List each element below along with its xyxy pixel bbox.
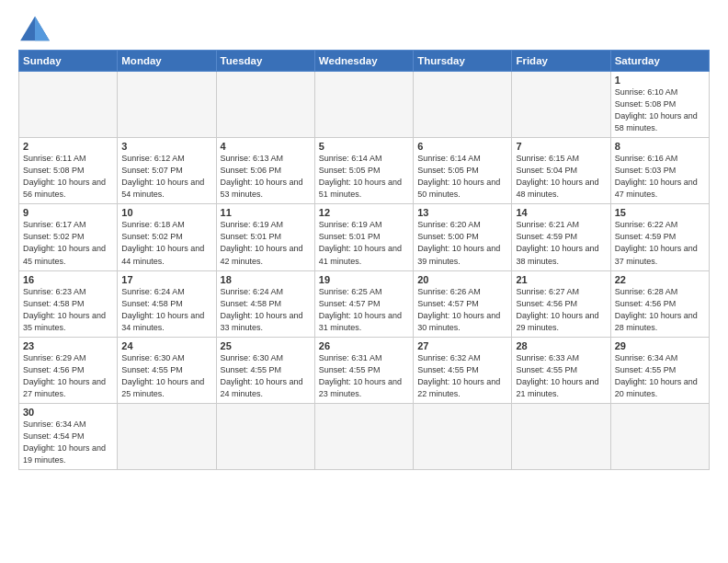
calendar-cell: 4Sunrise: 6:13 AM Sunset: 5:06 PM Daylig… (216, 138, 314, 204)
weekday-header-sunday: Sunday (19, 51, 118, 72)
calendar-cell: 24Sunrise: 6:30 AM Sunset: 4:55 PM Dayli… (118, 337, 216, 403)
calendar-cell: 22Sunrise: 6:28 AM Sunset: 4:56 PM Dayli… (610, 270, 709, 337)
calendar-cell (216, 72, 314, 138)
day-number: 12 (319, 207, 409, 218)
calendar-cell: 26Sunrise: 6:31 AM Sunset: 4:55 PM Dayli… (314, 337, 413, 403)
day-info: Sunrise: 6:21 AM Sunset: 4:59 PM Dayligh… (516, 219, 606, 267)
day-info: Sunrise: 6:18 AM Sunset: 5:02 PM Dayligh… (121, 219, 211, 267)
calendar-cell: 29Sunrise: 6:34 AM Sunset: 4:55 PM Dayli… (610, 337, 709, 403)
calendar-week-row: 30Sunrise: 6:34 AM Sunset: 4:54 PM Dayli… (19, 403, 710, 469)
calendar-cell (414, 72, 512, 138)
day-info: Sunrise: 6:28 AM Sunset: 4:56 PM Dayligh… (615, 286, 705, 334)
calendar-cell: 27Sunrise: 6:32 AM Sunset: 4:55 PM Dayli… (414, 337, 512, 403)
calendar-cell: 18Sunrise: 6:24 AM Sunset: 4:58 PM Dayli… (216, 270, 314, 337)
weekday-header-row: SundayMondayTuesdayWednesdayThursdayFrid… (19, 51, 710, 72)
calendar-cell: 14Sunrise: 6:21 AM Sunset: 4:59 PM Dayli… (512, 204, 610, 270)
day-info: Sunrise: 6:29 AM Sunset: 4:56 PM Dayligh… (23, 352, 113, 400)
day-info: Sunrise: 6:17 AM Sunset: 5:02 PM Dayligh… (23, 219, 113, 267)
day-info: Sunrise: 6:30 AM Sunset: 4:55 PM Dayligh… (221, 352, 311, 400)
calendar-cell: 21Sunrise: 6:27 AM Sunset: 4:56 PM Dayli… (512, 270, 610, 337)
calendar-cell (512, 403, 610, 469)
calendar-cell: 6Sunrise: 6:14 AM Sunset: 5:05 PM Daylig… (414, 138, 512, 204)
calendar-cell: 13Sunrise: 6:20 AM Sunset: 5:00 PM Dayli… (414, 204, 512, 270)
day-info: Sunrise: 6:24 AM Sunset: 4:58 PM Dayligh… (121, 286, 211, 334)
day-number: 6 (417, 141, 507, 152)
calendar-cell: 20Sunrise: 6:26 AM Sunset: 4:57 PM Dayli… (414, 270, 512, 337)
day-info: Sunrise: 6:22 AM Sunset: 4:59 PM Dayligh… (615, 219, 705, 267)
day-info: Sunrise: 6:26 AM Sunset: 4:57 PM Dayligh… (417, 286, 507, 334)
day-info: Sunrise: 6:19 AM Sunset: 5:01 PM Dayligh… (319, 219, 409, 267)
day-number: 26 (319, 340, 409, 351)
day-number: 1 (615, 75, 705, 86)
calendar-week-row: 2Sunrise: 6:11 AM Sunset: 5:08 PM Daylig… (19, 138, 710, 204)
day-info: Sunrise: 6:27 AM Sunset: 4:56 PM Dayligh… (516, 286, 606, 334)
weekday-header-thursday: Thursday (414, 51, 512, 72)
calendar-cell: 1Sunrise: 6:10 AM Sunset: 5:08 PM Daylig… (610, 72, 709, 138)
day-info: Sunrise: 6:14 AM Sunset: 5:05 PM Dayligh… (417, 153, 507, 201)
calendar-week-row: 1Sunrise: 6:10 AM Sunset: 5:08 PM Daylig… (19, 72, 710, 138)
calendar-header: SundayMondayTuesdayWednesdayThursdayFrid… (19, 51, 710, 72)
calendar-cell: 10Sunrise: 6:18 AM Sunset: 5:02 PM Dayli… (118, 204, 216, 270)
day-info: Sunrise: 6:33 AM Sunset: 4:55 PM Dayligh… (516, 352, 606, 400)
day-number: 10 (121, 207, 211, 218)
day-number: 3 (121, 141, 211, 152)
calendar-cell: 8Sunrise: 6:16 AM Sunset: 5:03 PM Daylig… (610, 138, 709, 204)
calendar-cell: 5Sunrise: 6:14 AM Sunset: 5:05 PM Daylig… (314, 138, 413, 204)
day-info: Sunrise: 6:14 AM Sunset: 5:05 PM Dayligh… (319, 153, 409, 201)
weekday-header-tuesday: Tuesday (216, 51, 314, 72)
day-number: 17 (121, 274, 211, 285)
calendar-cell: 15Sunrise: 6:22 AM Sunset: 4:59 PM Dayli… (610, 204, 709, 270)
calendar-cell (118, 403, 216, 469)
calendar-cell: 9Sunrise: 6:17 AM Sunset: 5:02 PM Daylig… (19, 204, 118, 270)
calendar-cell: 30Sunrise: 6:34 AM Sunset: 4:54 PM Dayli… (19, 403, 118, 469)
day-number: 14 (516, 207, 606, 218)
day-info: Sunrise: 6:34 AM Sunset: 4:55 PM Dayligh… (615, 352, 705, 400)
day-info: Sunrise: 6:32 AM Sunset: 4:55 PM Dayligh… (417, 352, 507, 400)
calendar-cell: 7Sunrise: 6:15 AM Sunset: 5:04 PM Daylig… (512, 138, 610, 204)
day-number: 8 (615, 141, 705, 152)
day-info: Sunrise: 6:25 AM Sunset: 4:57 PM Dayligh… (319, 286, 409, 334)
weekday-header-wednesday: Wednesday (314, 51, 413, 72)
day-number: 16 (23, 274, 113, 285)
header (18, 15, 710, 42)
weekday-header-monday: Monday (118, 51, 216, 72)
day-info: Sunrise: 6:19 AM Sunset: 5:01 PM Dayligh… (221, 219, 311, 267)
day-info: Sunrise: 6:16 AM Sunset: 5:03 PM Dayligh… (615, 153, 705, 201)
day-number: 2 (23, 141, 113, 152)
day-number: 18 (221, 274, 311, 285)
calendar-cell (610, 403, 709, 469)
calendar-cell: 17Sunrise: 6:24 AM Sunset: 4:58 PM Dayli… (118, 270, 216, 337)
day-number: 15 (615, 207, 705, 218)
calendar-cell: 2Sunrise: 6:11 AM Sunset: 5:08 PM Daylig… (19, 138, 118, 204)
day-number: 19 (319, 274, 409, 285)
day-number: 29 (615, 340, 705, 351)
calendar-table: SundayMondayTuesdayWednesdayThursdayFrid… (18, 50, 710, 470)
logo (18, 15, 57, 42)
day-number: 11 (221, 207, 311, 218)
day-number: 24 (121, 340, 211, 351)
calendar-cell (216, 403, 314, 469)
calendar-cell (118, 72, 216, 138)
day-info: Sunrise: 6:23 AM Sunset: 4:58 PM Dayligh… (23, 286, 113, 334)
weekday-header-friday: Friday (512, 51, 610, 72)
day-number: 23 (23, 340, 113, 351)
calendar-cell: 12Sunrise: 6:19 AM Sunset: 5:01 PM Dayli… (314, 204, 413, 270)
calendar-week-row: 16Sunrise: 6:23 AM Sunset: 4:58 PM Dayli… (19, 270, 710, 337)
day-number: 20 (417, 274, 507, 285)
svg-marker-1 (35, 17, 50, 40)
day-number: 5 (319, 141, 409, 152)
day-info: Sunrise: 6:12 AM Sunset: 5:07 PM Dayligh… (121, 153, 211, 201)
day-info: Sunrise: 6:13 AM Sunset: 5:06 PM Dayligh… (221, 153, 311, 201)
calendar-cell (414, 403, 512, 469)
day-number: 28 (516, 340, 606, 351)
day-number: 13 (417, 207, 507, 218)
calendar-cell: 28Sunrise: 6:33 AM Sunset: 4:55 PM Dayli… (512, 337, 610, 403)
calendar-week-row: 9Sunrise: 6:17 AM Sunset: 5:02 PM Daylig… (19, 204, 710, 270)
day-number: 4 (221, 141, 311, 152)
weekday-header-saturday: Saturday (610, 51, 709, 72)
page: SundayMondayTuesdayWednesdayThursdayFrid… (0, 0, 728, 563)
day-number: 22 (615, 274, 705, 285)
day-info: Sunrise: 6:11 AM Sunset: 5:08 PM Dayligh… (23, 153, 113, 201)
calendar-cell: 3Sunrise: 6:12 AM Sunset: 5:07 PM Daylig… (118, 138, 216, 204)
calendar-cell: 23Sunrise: 6:29 AM Sunset: 4:56 PM Dayli… (19, 337, 118, 403)
